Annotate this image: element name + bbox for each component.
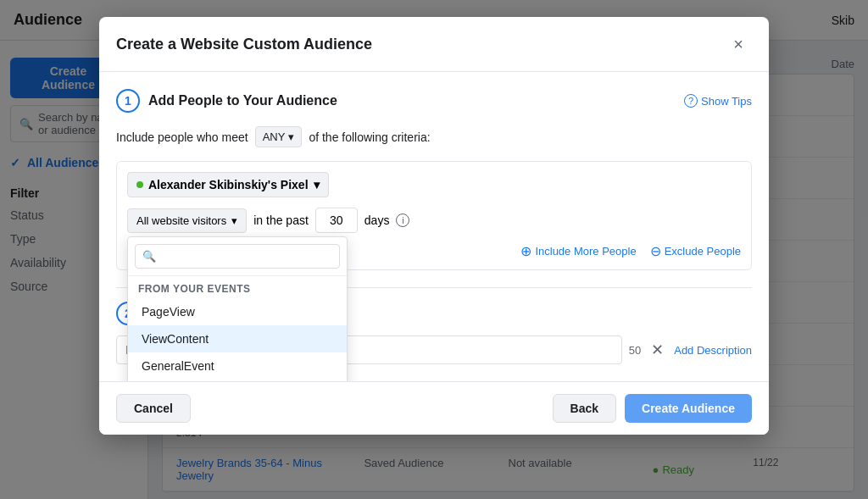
cancel-button[interactable]: Cancel: [116, 394, 191, 423]
info-icon[interactable]: i: [396, 213, 409, 227]
criteria-text: of the following criteria:: [309, 130, 430, 144]
any-label: ANY: [263, 130, 286, 143]
add-description-button[interactable]: Add Description: [674, 344, 752, 357]
plus-icon: ⊕: [520, 243, 531, 259]
dropdown-search-area: 🔍: [128, 237, 347, 276]
any-dropdown-icon: ▾: [288, 130, 294, 143]
step1-title: Add People to Your Audience: [148, 93, 337, 108]
dropdown-search-icon: 🔍: [142, 250, 156, 263]
step1-header: 1 Add People to Your Audience ? Show Tip…: [116, 89, 752, 113]
step1-number: 1: [116, 89, 140, 113]
dropdown-item-generalevent[interactable]: GeneralEvent: [128, 352, 347, 380]
step1-section: 1 Add People to Your Audience ? Show Tip…: [116, 89, 752, 270]
show-tips-button[interactable]: ? Show Tips: [684, 94, 752, 108]
dropdown-section-label: From your events: [128, 276, 347, 298]
modal-header: Create a Website Custom Audience ×: [99, 17, 769, 72]
dropdown-search-input[interactable]: 🔍: [135, 244, 340, 269]
tips-circle-icon: ?: [684, 94, 698, 108]
modal-title: Create a Website Custom Audience: [116, 36, 372, 53]
modal-body: 1 Add People to Your Audience ? Show Tip…: [99, 72, 769, 381]
exclude-label: Exclude People: [665, 245, 741, 258]
pixel-selector-button[interactable]: Alexander Skibinskiy's Pixel ▾: [127, 172, 329, 197]
days-input[interactable]: [315, 208, 358, 233]
create-audience-button-footer[interactable]: Create Audience: [625, 394, 752, 423]
dropdown-item-viewcontent[interactable]: ViewContent: [128, 325, 347, 352]
exclude-icon: ⊖: [650, 243, 661, 259]
include-text: Include people who meet: [116, 130, 248, 144]
pixel-dropdown-icon: ▾: [314, 178, 320, 191]
days-label: days: [364, 213, 390, 227]
visitors-dropdown-icon: ▾: [231, 214, 237, 227]
char-count: 50: [629, 344, 641, 357]
show-tips-label: Show Tips: [701, 95, 752, 108]
pixel-source-area: Alexander Skibinskiy's Pixel ▾ All websi…: [116, 161, 752, 270]
include-more-button[interactable]: ⊕ Include More People: [520, 243, 636, 259]
step1-title-row: 1 Add People to Your Audience: [116, 89, 337, 113]
back-button[interactable]: Back: [553, 394, 616, 423]
visitors-dropdown-container: All website visitors ▾ 🔍 From: [127, 208, 247, 233]
exclude-people-button[interactable]: ⊖ Exclude People: [650, 243, 741, 259]
visitors-type-select[interactable]: All website visitors ▾: [127, 208, 247, 233]
dropdown-item-pageview[interactable]: PageView: [128, 298, 347, 325]
footer-right-buttons: Back Create Audience: [553, 394, 752, 423]
create-audience-modal: Create a Website Custom Audience × 1 Add…: [99, 17, 769, 435]
visitors-label: All website visitors: [136, 214, 226, 227]
include-more-label: Include More People: [535, 245, 636, 258]
in-past-label: in the past: [253, 213, 309, 227]
clear-input-button[interactable]: ✕: [648, 341, 667, 359]
visitors-row: All website visitors ▾ 🔍 From: [127, 208, 741, 233]
any-select[interactable]: ANY ▾: [255, 126, 303, 147]
pixel-name: Alexander Skibinskiy's Pixel: [148, 178, 309, 191]
modal-close-button[interactable]: ×: [725, 30, 752, 58]
modal-footer: Cancel Back Create Audience: [99, 381, 769, 435]
modal-overlay: Create a Website Custom Audience × 1 Add…: [0, 0, 868, 499]
dropdown-item-search[interactable]: Search: [128, 380, 347, 382]
visitors-dropdown-menu: 🔍 From your events PageView ViewContent …: [127, 236, 348, 382]
pixel-status-dot: [136, 181, 143, 188]
criteria-row: Include people who meet ANY ▾ of the fol…: [116, 126, 752, 147]
